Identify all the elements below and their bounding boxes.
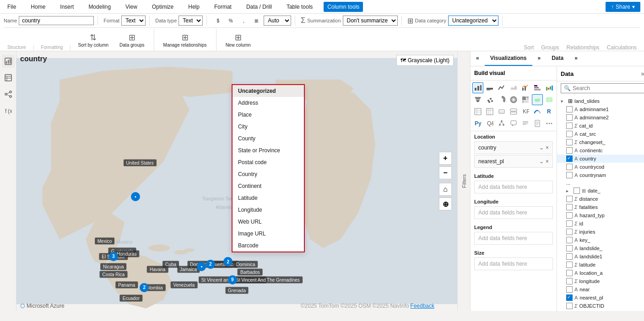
viz-narrative[interactable] <box>520 118 531 129</box>
sort-by-column-btn[interactable]: ⇅ Sort by column <box>74 31 112 49</box>
tree-field-latitude[interactable]: Σ latitude <box>557 261 644 269</box>
cb-countrynam[interactable] <box>566 172 573 178</box>
dropdown-county[interactable]: County <box>233 133 304 144</box>
feedback-link[interactable]: Feedback <box>410 303 434 309</box>
viz-pie[interactable] <box>496 94 507 105</box>
map-mode-button[interactable]: 🗺 Grayscale (Light) <box>396 55 454 66</box>
menu-view[interactable]: View <box>122 2 141 12</box>
cb-date[interactable] <box>574 187 580 194</box>
dropdown-barcode[interactable]: Barcode <box>233 240 304 251</box>
data-expand-btn[interactable]: » <box>641 70 644 77</box>
size-field[interactable]: Add data fields here <box>474 257 553 270</box>
location-country-expand[interactable]: ⌄ <box>539 144 544 151</box>
cb-landslide[interactable] <box>566 245 573 251</box>
model-view-icon[interactable] <box>2 88 15 101</box>
tree-field-more[interactable]: ... <box>557 179 644 187</box>
viz-stacked-bar[interactable] <box>472 82 483 93</box>
legend-field[interactable]: Add data fields here <box>474 232 553 245</box>
comma-btn[interactable]: , <box>238 17 249 24</box>
viz-matrix[interactable] <box>484 106 495 117</box>
manage-relationships-btn[interactable]: ⊞ Manage relationships <box>160 31 211 49</box>
tree-field-near[interactable]: A near <box>557 285 644 294</box>
menu-modeling[interactable]: Modeling <box>85 2 114 12</box>
data-groups-btn[interactable]: ⊞ Data groups <box>116 31 148 49</box>
viz-multirow-card[interactable] <box>508 106 519 117</box>
location-field-country[interactable]: country ⌄ × <box>474 141 553 154</box>
tree-field-landslide1[interactable]: A landslide1 <box>557 252 644 261</box>
tree-field-adminname1[interactable]: A adminname1 <box>557 105 644 113</box>
menu-help[interactable]: Help <box>184 2 203 12</box>
new-column-btn[interactable]: ⊞ New column <box>222 31 254 49</box>
dropdown-city[interactable]: City <box>233 121 304 133</box>
auto-select[interactable]: Auto <box>264 16 291 26</box>
format-select[interactable]: Text <box>121 16 146 26</box>
viz-gauge[interactable] <box>532 106 543 117</box>
tree-field-countrynam[interactable]: A countrynam <box>557 171 644 179</box>
cb-hazard-typ[interactable] <box>566 212 573 219</box>
dropdown-web-url[interactable]: Web URL <box>233 216 304 228</box>
viz-map[interactable] <box>532 94 543 105</box>
cb-country[interactable] <box>566 155 573 162</box>
collapse-viz-btn[interactable]: « <box>471 51 485 66</box>
menu-optimize[interactable]: Optimize <box>148 2 177 12</box>
cb-fatalities[interactable] <box>566 204 573 210</box>
cb-cat-id[interactable] <box>566 123 573 129</box>
summarization-select[interactable]: Don't summarize <box>343 16 398 26</box>
search-input[interactable] <box>573 85 641 91</box>
viz-combo[interactable] <box>520 82 531 93</box>
north-btn[interactable]: ⊕ <box>439 198 452 210</box>
tree-field-hazard-typ[interactable]: A hazard_typ <box>557 211 644 219</box>
cb-key[interactable] <box>566 237 573 243</box>
tree-field-changeset[interactable]: Σ changeset_ <box>557 138 644 146</box>
menu-data-drill[interactable]: Data / Drill <box>243 2 276 12</box>
cb-id[interactable] <box>566 220 573 227</box>
share-button[interactable]: ↑ Share ▾ <box>606 2 640 12</box>
search-box[interactable]: 🔍 <box>561 83 644 93</box>
tree-field-landslide[interactable]: A landslide_ <box>557 244 644 252</box>
dropdown-uncategorized[interactable]: Uncategorized <box>233 85 304 97</box>
tree-field-injuries[interactable]: Σ injuries <box>557 228 644 236</box>
viz-funnel[interactable] <box>472 94 483 105</box>
menu-file[interactable]: File <box>4 2 20 12</box>
viz-100pct[interactable] <box>532 82 543 93</box>
dropdown-address[interactable]: Address <box>233 97 304 109</box>
decimal-btn[interactable]: ⊞ <box>251 17 262 24</box>
cb-cat-src[interactable] <box>566 131 573 137</box>
visualizations-tab[interactable]: Visualizations <box>485 51 532 66</box>
viz-decomp-tree[interactable] <box>496 118 507 129</box>
cb-countrycod[interactable] <box>566 164 573 170</box>
dropdown-place[interactable]: Place <box>233 109 304 121</box>
longitude-field[interactable]: Add data fields here <box>474 206 553 219</box>
tree-field-countrycod[interactable]: A countrycod <box>557 163 644 171</box>
tree-field-location-a[interactable]: A location_a <box>557 269 644 277</box>
tree-field-cat-src[interactable]: A cat_src <box>557 130 644 138</box>
viz-more[interactable] <box>544 118 555 129</box>
cb-latitude[interactable] <box>566 262 573 268</box>
cb-objectid[interactable] <box>566 303 573 309</box>
currency-btn[interactable]: $ <box>212 17 223 24</box>
dropdown-country[interactable]: Country <box>233 168 304 180</box>
menu-insert[interactable]: Insert <box>56 2 77 12</box>
report-view-icon[interactable] <box>2 55 15 68</box>
tree-field-country[interactable]: A country <box>557 155 644 163</box>
expand-data-btn[interactable]: » <box>569 51 583 66</box>
cb-location-a[interactable] <box>566 270 573 276</box>
menu-table-tools[interactable]: Table tools <box>283 2 316 12</box>
menu-column-tools[interactable]: Column tools <box>324 2 363 12</box>
viz-r[interactable]: R <box>544 106 555 117</box>
tree-field-objectid[interactable]: Σ OBJECTID <box>557 302 644 310</box>
menu-home[interactable]: Home <box>27 2 49 12</box>
cb-longitude[interactable] <box>566 278 573 284</box>
cb-changeset[interactable] <box>566 139 573 145</box>
table-view-icon[interactable] <box>2 71 15 84</box>
viz-table[interactable] <box>472 106 483 117</box>
viz-scatter[interactable] <box>484 94 495 105</box>
tree-field-longitude[interactable]: Σ longitude <box>557 277 644 285</box>
tree-field-date[interactable]: ▸ ⊞ date_ <box>557 187 644 195</box>
cb-distance[interactable] <box>566 196 573 202</box>
dropdown-latitude[interactable]: Latitude <box>233 192 304 204</box>
cb-adminname2[interactable] <box>566 114 573 121</box>
viz-waterfall[interactable] <box>544 82 555 93</box>
location-nearest-expand[interactable]: ⌄ <box>539 158 544 165</box>
tree-table-header[interactable]: ▾ ⊞ land_slides <box>557 97 644 105</box>
